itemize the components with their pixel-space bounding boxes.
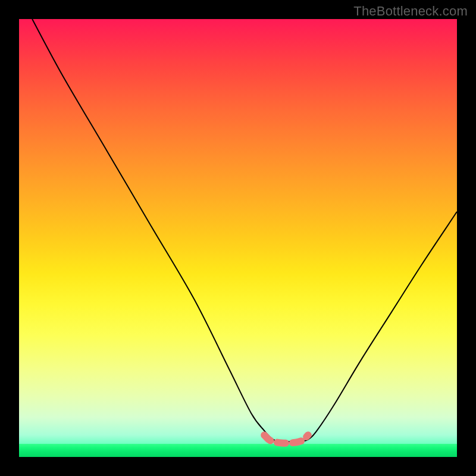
watermark-text: TheBottleneck.com [353,4,468,19]
bottleneck-curve [32,19,457,442]
chart-frame: TheBottleneck.com [0,0,476,476]
plot-area [19,19,457,457]
optimal-range-marker [264,435,308,443]
curve-layer [19,19,457,457]
